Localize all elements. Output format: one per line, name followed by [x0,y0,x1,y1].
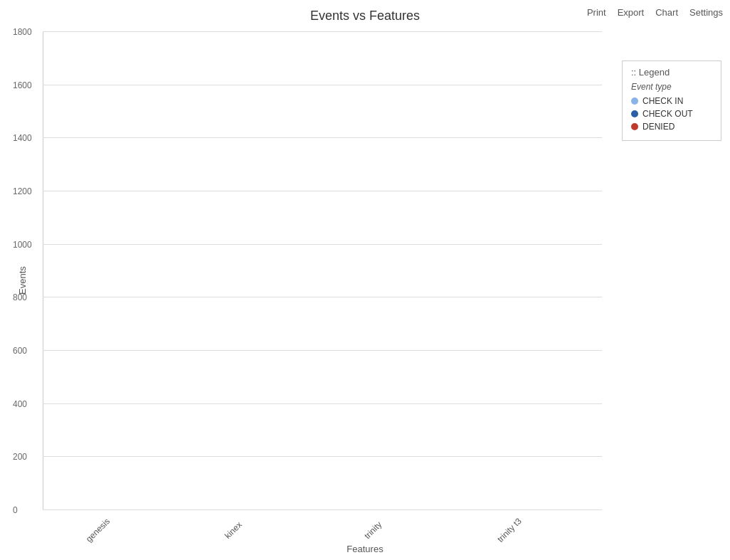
y-tick-label: 200 [13,452,27,462]
y-tick-label: 0 [13,505,18,515]
legend-group-label: Event type [631,82,712,92]
checkin-label: CHECK IN [642,96,683,106]
y-axis-label: Events [17,266,28,295]
legend-item-checkin: CHECK IN [631,96,712,106]
y-tick-label: 1800 [13,27,32,37]
toolbar: Print Export Chart Settings [587,7,723,18]
y-tick-label: 1200 [13,186,32,196]
x-axis-feature-label: genesis [84,516,112,544]
denied-dot [631,123,638,130]
settings-button[interactable]: Settings [689,7,723,18]
chart-area: 020040060080010001200140016001800 genesi… [43,32,602,510]
denied-label: DENIED [642,122,675,132]
y-tick-label: 1600 [13,80,32,90]
y-tick-label: 600 [13,346,27,356]
export-button[interactable]: Export [618,7,645,18]
checkin-dot [631,97,638,105]
legend-header: :: Legend [631,67,712,78]
y-tick-label: 1000 [13,240,32,250]
bars-area: genesiskinextrinitytrinity t3 [43,32,602,510]
x-axis-feature-label: kinex [223,519,244,541]
print-button[interactable]: Print [587,7,606,18]
chart-container: Print Export Chart Settings Events vs Fe… [0,0,730,560]
x-axis-feature-label: trinity t3 [495,516,524,544]
y-tick-label: 1400 [13,133,32,143]
chart-button[interactable]: Chart [655,7,678,18]
legend-item-checkout: CHECK OUT [631,109,712,119]
legend-box: :: Legend Event type CHECK IN CHECK OUT … [622,60,721,141]
y-tick-label: 800 [13,292,27,302]
y-tick-label: 400 [13,399,27,409]
x-axis-feature-label: trinity [362,519,383,541]
x-axis-label: Features [347,544,383,554]
legend-item-denied: DENIED [631,122,712,132]
checkout-dot [631,110,638,117]
checkout-label: CHECK OUT [642,109,693,119]
